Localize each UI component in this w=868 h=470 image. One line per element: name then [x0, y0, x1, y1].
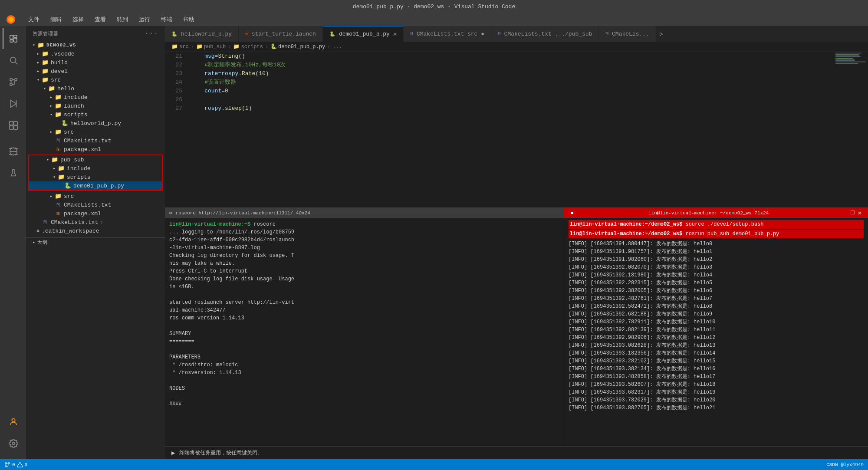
tree-item-pub-sub-include[interactable]: ▸ 📁 include [29, 164, 162, 173]
tree-item-hello[interactable]: ▾ 📁 hello [26, 84, 165, 93]
svg-point-19 [12, 419, 15, 422]
terminal-maximize-icon[interactable]: □ [851, 209, 854, 217]
file-tree: ▾ 📁 DEMO02_WS ▸ 📁 .vscode ▸ 📁 build ▸ 📁 … [26, 41, 165, 459]
menu-goto[interactable]: 转到 [115, 15, 130, 24]
breadcrumb-sep-3: › [265, 44, 268, 50]
tab-cmake-3[interactable]: M CMakeLis... [599, 26, 656, 42]
breadcrumb-file: 🐍 demo01_pub_p.py [270, 43, 325, 50]
terminal-left: ⊕ roscore http://lin-virtual-machine:113… [165, 208, 564, 446]
tree-item-pub-sub[interactable]: ▾ 📁 pub_sub [29, 155, 162, 164]
terminal-minimize-icon[interactable]: _ [844, 209, 847, 217]
explorer-icon[interactable] [3, 28, 23, 49]
terminal-right-icon: ■ [571, 210, 574, 216]
tree-item-hello-include[interactable]: ▸ 📁 include [26, 93, 165, 102]
main-layout: 资源管理器 ··· ▾ 📁 DEMO02_WS ▸ 📁 .vscode ▸ 📁 … [0, 26, 868, 459]
activity-bar [0, 26, 26, 459]
tree-item-pub-sub-cmake[interactable]: ▸ M CMakeLists.txt [26, 200, 165, 209]
tree-item-pub-sub-src[interactable]: ▸ 📁 src [26, 192, 165, 200]
svg-rect-14 [14, 122, 17, 125]
svg-rect-5 [10, 40, 13, 42]
tree-item-helloworld-py[interactable]: ▸ 🐍 helloworld_p.py [26, 119, 165, 128]
tab-cmake-icon-1: M [410, 31, 413, 36]
status-bar: 0 0 CSDN @lyx4949 [0, 459, 868, 470]
firefox-icon [4, 13, 17, 26]
tree-item-outline[interactable]: ▸ 大纲 [26, 237, 165, 247]
tree-item-pub-sub-scripts[interactable]: ▾ 📁 scripts [29, 173, 162, 181]
code-content[interactable]: msg = String() #制定频率发布,10Hz,每秒10次 rate =… [187, 52, 833, 207]
tab-demo01-pub[interactable]: 🐍 demo01_pub_p.py ✕ [323, 26, 404, 42]
git-activity-icon[interactable] [3, 72, 23, 92]
tree-item-hello-cmake[interactable]: ▸ M CMakeLists.txt [26, 136, 165, 145]
breadcrumb-sep-1: › [191, 44, 194, 50]
tree-root[interactable]: ▾ 📁 DEMO02_WS [26, 41, 165, 49]
sidebar: 资源管理器 ··· ▾ 📁 DEMO02_WS ▸ 📁 .vscode ▸ 📁 … [26, 26, 165, 459]
terminal-left-title: roscore http://lin-virtual-machine:11311… [176, 209, 310, 217]
svg-point-21 [5, 462, 7, 464]
tab-bar: 🐍 helloworld_p.py ≋ start_turtle.launch … [165, 26, 868, 42]
flask-activity-icon[interactable] [3, 163, 23, 184]
terminal-left-header: ⊕ roscore http://lin-virtual-machine:113… [165, 208, 564, 218]
tab-cmake-src[interactable]: M CMakeLists.txt src ● [404, 26, 491, 42]
run-activity-icon[interactable] [3, 93, 23, 114]
svg-point-22 [8, 462, 10, 464]
breadcrumb-scripts: 📁 scripts [233, 43, 263, 50]
tree-item-hello-launch[interactable]: ▸ 📁 launch [26, 102, 165, 110]
sidebar-title: 资源管理器 [33, 30, 59, 37]
menu-select[interactable]: 选择 [70, 15, 86, 24]
menu-edit[interactable]: 编辑 [48, 15, 64, 24]
tree-item-vscode[interactable]: ▸ 📁 .vscode [26, 49, 165, 58]
terminal-prompt-icon: ▶ [171, 449, 175, 457]
extensions-activity-icon[interactable] [3, 115, 23, 136]
svg-rect-4 [14, 38, 17, 42]
tree-item-catkin[interactable]: ≡ .catkin_workspace [26, 227, 165, 235]
line-numbers: 21 22 23 24 25 26 27 [165, 52, 187, 207]
pub-sub-highlight-section: ▾ 📁 pub_sub ▸ 📁 include ▾ 📁 scripts [28, 154, 163, 191]
settings-activity-icon[interactable] [3, 433, 23, 454]
menu-file[interactable]: 文件 [26, 15, 42, 24]
menu-view[interactable]: 查看 [92, 15, 108, 24]
breadcrumb-more: ... [332, 44, 342, 50]
terminal-left-content[interactable]: lin@lin-virtual-machine:~$ roscore ... l… [165, 218, 564, 446]
sidebar-menu-button[interactable]: ··· [145, 30, 158, 37]
tab-start-turtle[interactable]: ≋ start_turtle.launch [239, 26, 323, 42]
tree-item-demo01-pub-py[interactable]: ▸ 🐍 demo01_pub_p.py [29, 181, 162, 190]
tree-item-devel[interactable]: ▸ 📁 devel [26, 67, 165, 76]
title-bar: demo01_pub_p.py - demo02_ws - Visual Stu… [0, 0, 868, 13]
terminal-left-icon: ⊕ [169, 209, 172, 217]
menu-bar: 文件 编辑 选择 查看 转到 运行 终端 帮助 [0, 13, 868, 26]
menu-terminal[interactable]: 终端 [159, 15, 174, 24]
tree-item-hello-package[interactable]: ▸ ≋ package.xml [26, 145, 165, 154]
svg-point-9 [15, 79, 17, 81]
bottom-terminal-text: 终端将被任务重用，按任意键关闭。 [179, 449, 263, 457]
svg-point-1 [8, 17, 13, 22]
tree-item-src[interactable]: ▾ 📁 src [26, 76, 165, 84]
tree-item-hello-scripts[interactable]: ▾ 📁 scripts [26, 110, 165, 119]
breadcrumb-sep-4: › [327, 44, 330, 50]
tab-more-button[interactable]: ▷ [656, 26, 667, 42]
tree-item-build[interactable]: ▸ 📁 build [26, 58, 165, 67]
code-editor: 21 22 23 24 25 26 27 msg = String() #制定频… [165, 52, 868, 207]
terminal-close-icon[interactable]: ✕ [858, 209, 861, 217]
search-activity-icon[interactable] [3, 50, 23, 71]
tree-item-hello-src[interactable]: ▸ 📁 src [26, 128, 165, 136]
terminal-right-content[interactable]: lin@lin-virtual-machine:~/demo02_ws$ sou… [564, 218, 868, 446]
terminal-right-header: ■ lin@lin-virtual-machine: ~/demo02_ws 7… [564, 208, 868, 218]
tab-cmake-pubsub[interactable]: M CMakeLists.txt .../pub_sub [491, 26, 599, 42]
remote-activity-icon[interactable] [3, 141, 23, 162]
menu-run[interactable]: 运行 [137, 15, 152, 24]
tree-item-root-cmake[interactable]: ▸ M CMakeLists.txt ↕ [26, 218, 165, 227]
svg-point-20 [12, 442, 15, 445]
terminal-container: ⊕ roscore http://lin-virtual-machine:113… [165, 207, 868, 446]
tree-item-pub-sub-package[interactable]: ▸ ≋ package.xml [26, 209, 165, 218]
code-lines: 21 22 23 24 25 26 27 msg = String() #制定频… [165, 52, 868, 207]
menu-help[interactable]: 帮助 [181, 15, 197, 24]
status-csdn: CSDN @lyx4949 [826, 462, 864, 467]
status-git[interactable]: 0 0 [4, 462, 27, 468]
accounts-icon[interactable] [3, 411, 23, 432]
svg-rect-3 [14, 35, 17, 37]
tab-helloworld[interactable]: 🐍 helloworld_p.py [165, 26, 239, 42]
tab-close-button[interactable]: ✕ [393, 30, 397, 38]
tab-py-icon: 🐍 [171, 31, 178, 37]
tab-launch-icon: ≋ [245, 31, 248, 37]
breadcrumb: 📁 src › 📁 pub_sub › 📁 scripts › 🐍 demo01… [165, 42, 868, 52]
